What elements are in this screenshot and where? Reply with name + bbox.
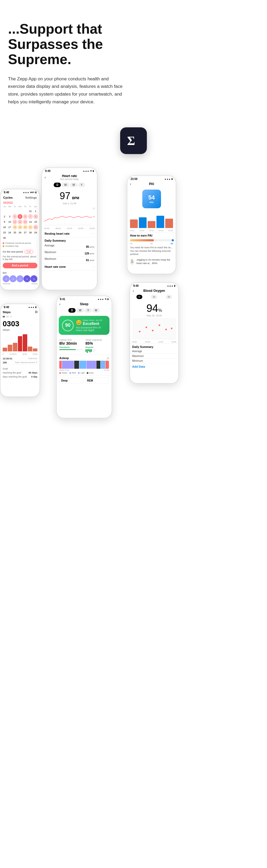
sleep-nav-bar: ‹ Sleep xyxy=(57,301,112,307)
steps-bar-6 xyxy=(28,346,32,351)
blood-tab-w[interactable]: W xyxy=(151,295,157,299)
cycle-day-9[interactable]: 8 xyxy=(33,214,38,219)
severity-low[interactable]: ● xyxy=(3,275,10,282)
cycles-status-bar: 9:40 ▲▲▲ WiFi ▮ xyxy=(1,189,39,194)
reg-bar-7 xyxy=(93,349,94,352)
severity-high[interactable]: ● xyxy=(30,275,37,282)
steps-export-icon[interactable]: ⊡ xyxy=(35,310,37,314)
cycle-day-13[interactable]: 12 xyxy=(18,219,22,224)
cycle-day-12[interactable]: 11 xyxy=(12,219,17,224)
sleep-tab-y[interactable]: Y xyxy=(85,308,92,313)
run-icon: 🏃 xyxy=(130,258,134,265)
reg-bar-2 xyxy=(87,349,88,353)
phone-pai: 23:59 ▲▲▲ ▮ ‹ PAI 54 PAI 07/11 07/12 xyxy=(127,176,176,274)
sleep-tab-w[interactable]: W xyxy=(76,308,84,313)
steps-bar-1 xyxy=(3,348,7,351)
blood-tab-m[interactable]: M xyxy=(166,295,172,299)
cycle-day-16[interactable]: 15 xyxy=(33,219,38,224)
sleep-deep-section: Deep xyxy=(59,377,83,384)
cycle-day-24[interactable]: 23 xyxy=(2,230,7,235)
sleep-chart-expand[interactable]: ⊡ xyxy=(107,357,109,360)
steps-tab-w[interactable]: W xyxy=(3,315,5,318)
severity-2[interactable]: ● xyxy=(10,275,17,282)
legend-awake: Awake xyxy=(59,372,67,374)
heart-rate-zone-section[interactable]: Heart rate zone › xyxy=(42,263,97,271)
cycle-day-21[interactable]: 20 xyxy=(23,225,28,229)
cycle-day-17[interactable]: 16 xyxy=(2,225,7,229)
steps-status-icons: ▲▲▲ ▮ xyxy=(28,306,36,308)
cycle-day-11[interactable]: 10 xyxy=(7,219,12,224)
steps-tab-y[interactable]: Y xyxy=(10,315,12,318)
severity-4[interactable]: ● xyxy=(24,275,30,282)
sleep-tab-m[interactable]: M xyxy=(92,308,100,313)
heart-bpm-unit: BPM xyxy=(72,196,79,200)
cycle-day-27[interactable]: 26 xyxy=(18,230,22,235)
cycle-day-5[interactable]: 4 xyxy=(12,214,17,219)
heart-tab-w[interactable]: W xyxy=(61,183,69,187)
cycle-day-30[interactable]: 29 xyxy=(33,230,38,235)
resting-heart-rate-section[interactable]: Resting heart rate ··· › xyxy=(42,230,97,237)
cycle-day-4[interactable]: 3 xyxy=(7,214,12,219)
cycle-day-22[interactable]: 21 xyxy=(28,225,33,229)
cycle-day-2[interactable]: 1 xyxy=(33,209,38,214)
steps-value: 0303 xyxy=(1,318,39,328)
cycles-edit-button[interactable]: Edit xyxy=(25,250,34,254)
cycle-day-3[interactable]: 2 xyxy=(2,214,7,219)
pai-bar-5 xyxy=(165,219,173,228)
heart-tab-y[interactable]: Y xyxy=(78,183,85,187)
hr-zone-label: Heart rate zone xyxy=(44,265,66,268)
cycle-day-14[interactable]: 13 xyxy=(23,219,28,224)
blood-nav-bar: ‹ Blood Oxygen xyxy=(130,288,178,294)
cycles-end-period-button[interactable]: End a period xyxy=(3,263,37,268)
cycles-settings[interactable]: Settings xyxy=(25,196,37,199)
app-icon[interactable]: Σ xyxy=(120,127,147,154)
pai-earn-title: How to earn PAI xyxy=(127,232,176,238)
sleep-legend: Awake REM Light Deep xyxy=(59,372,109,374)
cycle-day-20[interactable]: 19 xyxy=(18,225,22,229)
pai-value: 54 xyxy=(148,194,155,201)
cycle-day-29[interactable]: 28 xyxy=(28,230,33,235)
signal-icon: ▲▲▲ xyxy=(83,170,89,172)
steps-bar-3 xyxy=(13,343,17,351)
stage-rem-2 xyxy=(101,361,106,369)
severity-3[interactable]: ● xyxy=(17,275,24,282)
pai-earn-labels: 30 50 54 xyxy=(127,242,176,245)
steps-status-bar: 9:40 ▲▲▲ ▮ xyxy=(1,304,39,309)
steps-time-val: 12:26:01 xyxy=(3,357,12,360)
blood-add-data-button[interactable]: Add Data xyxy=(130,363,178,370)
cycle-day-1[interactable]: 31 xyxy=(28,209,33,214)
blood-date: May 25, 18:00 xyxy=(130,314,178,317)
pai-bar-1 xyxy=(130,219,138,228)
cycle-day-18[interactable]: 17 xyxy=(7,225,12,229)
pai-back-button[interactable]: ‹ xyxy=(130,182,131,186)
heart-period-tabs: D W M Y xyxy=(42,182,97,188)
cycle-day-6[interactable]: 5 xyxy=(18,214,22,219)
blood-max-label: Maximum xyxy=(132,354,144,358)
steps-tab-m[interactable]: M xyxy=(7,315,9,318)
pai-range-start: 30 xyxy=(130,242,132,245)
blood-dot-1 xyxy=(139,331,141,333)
cycle-day-26[interactable]: 25 xyxy=(12,230,17,235)
sleep-tab-d[interactable]: D xyxy=(68,308,76,313)
reg-bar-3 xyxy=(88,349,89,351)
sleep-back-button[interactable]: ‹ xyxy=(59,302,61,306)
heart-back-button[interactable]: ‹ xyxy=(44,175,46,179)
cycle-day-23[interactable]: 22 xyxy=(33,225,38,229)
cycle-day-8[interactable]: 7 xyxy=(28,214,33,219)
cycle-day-25[interactable]: 24 xyxy=(7,230,12,235)
heart-tab-m[interactable]: M xyxy=(70,183,78,187)
cycle-day-19[interactable]: 18 xyxy=(12,225,17,229)
sleep-score-info: 😊 Sleep Score Jun 25 Excellent You Surpa… xyxy=(76,319,106,332)
blood-tab-d[interactable]: D xyxy=(137,295,143,299)
blood-back-button[interactable]: ‹ xyxy=(133,289,134,293)
phone-blood-oxygen: 9:40 ▲▲▲ ▮ ‹ Blood Oxygen D W M 94% May … xyxy=(129,282,179,384)
cycle-day-7[interactable]: 6 xyxy=(23,214,28,219)
deep-section-label: Deep xyxy=(61,379,81,382)
cycle-day-28[interactable]: 27 xyxy=(23,230,28,235)
heart-tab-d[interactable]: D xyxy=(54,183,61,187)
cycle-day-10[interactable]: 9 xyxy=(2,219,7,224)
phone-heart-rate: 9:40 ▲▲▲ ⚛ ▮ ‹ Heart rate Not synced tod… xyxy=(41,167,97,290)
cycle-day-15[interactable]: 14 xyxy=(28,219,33,224)
asleep-time-value: 8hr 30min xyxy=(59,341,83,345)
cycle-day-31[interactable]: 30 xyxy=(2,236,7,240)
